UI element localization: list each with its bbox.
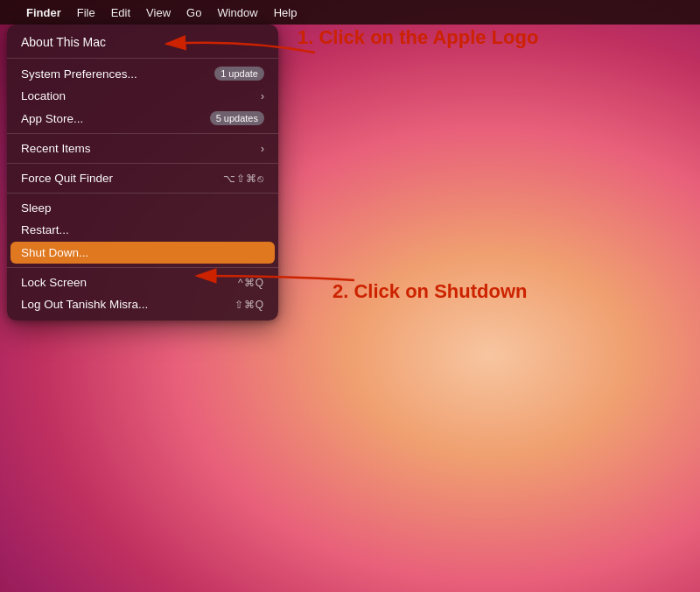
menu-item-lock-screen[interactable]: Lock Screen ^⌘Q — [7, 271, 278, 293]
menu-item-location-label: Location — [21, 89, 261, 102]
menu-item-system-prefs-label: System Preferences... — [21, 67, 214, 81]
menu-item-about[interactable]: About This Mac — [7, 30, 278, 54]
menubar-finder[interactable]: Finder — [19, 4, 68, 21]
menu-item-restart-label: Restart... — [21, 223, 264, 236]
menubar-view[interactable]: View — [139, 4, 178, 21]
menu-item-app-store[interactable]: App Store... 5 updates — [7, 107, 278, 130]
lock-screen-shortcut: ^⌘Q — [238, 277, 264, 289]
menu-item-app-store-label: App Store... — [21, 112, 210, 125]
menu-separator-2 — [7, 133, 278, 134]
menu-item-sleep[interactable]: Sleep — [7, 197, 278, 219]
force-quit-shortcut: ⌥⇧⌘⎋ — [223, 173, 264, 185]
menu-item-system-prefs[interactable]: System Preferences... 1 update — [7, 62, 278, 85]
menu-item-force-quit[interactable]: Force Quit Finder ⌥⇧⌘⎋ — [7, 167, 278, 189]
menubar-go[interactable]: Go — [179, 4, 208, 21]
menu-item-recent-items[interactable]: Recent Items › — [7, 137, 278, 159]
menu-item-location[interactable]: Location › — [7, 85, 278, 107]
menu-separator-3 — [7, 163, 278, 164]
menu-item-lock-screen-label: Lock Screen — [21, 276, 238, 289]
menubar-file[interactable]: File — [70, 4, 102, 21]
apple-dropdown-menu: About This Mac System Preferences... 1 u… — [7, 25, 278, 321]
menubar: Finder File Edit View Go Window Help — [0, 0, 700, 25]
menu-item-sleep-label: Sleep — [21, 201, 264, 215]
menubar-edit[interactable]: Edit — [104, 4, 137, 21]
menu-separator-4 — [7, 193, 278, 194]
location-chevron-icon: › — [261, 90, 264, 102]
menu-separator-1 — [7, 58, 278, 59]
menu-item-logout[interactable]: Log Out Tanishk Misra... ⇧⌘Q — [7, 293, 278, 315]
menubar-help[interactable]: Help — [267, 4, 304, 21]
apple-menu-trigger[interactable] — [7, 11, 18, 14]
recent-items-chevron-icon: › — [261, 143, 264, 155]
menu-item-shutdown-label: Shut Down... — [21, 246, 264, 259]
annotation-step1-text: 1. Click on the Apple Logo — [298, 26, 538, 49]
menu-item-logout-label: Log Out Tanishk Misra... — [21, 298, 234, 311]
menu-item-recent-items-label: Recent Items — [21, 142, 261, 155]
menu-item-restart[interactable]: Restart... — [7, 219, 278, 241]
annotation-step2-text: 2. Click on Shutdown — [332, 280, 527, 303]
app-store-badge: 5 updates — [210, 111, 264, 125]
logout-shortcut: ⇧⌘Q — [234, 299, 264, 311]
menu-separator-5 — [7, 267, 278, 268]
menu-item-force-quit-label: Force Quit Finder — [21, 172, 223, 185]
menu-item-shutdown[interactable]: Shut Down... — [10, 242, 275, 264]
menu-item-about-label: About This Mac — [21, 35, 264, 49]
system-prefs-badge: 1 update — [214, 67, 264, 81]
menubar-window[interactable]: Window — [210, 4, 264, 21]
